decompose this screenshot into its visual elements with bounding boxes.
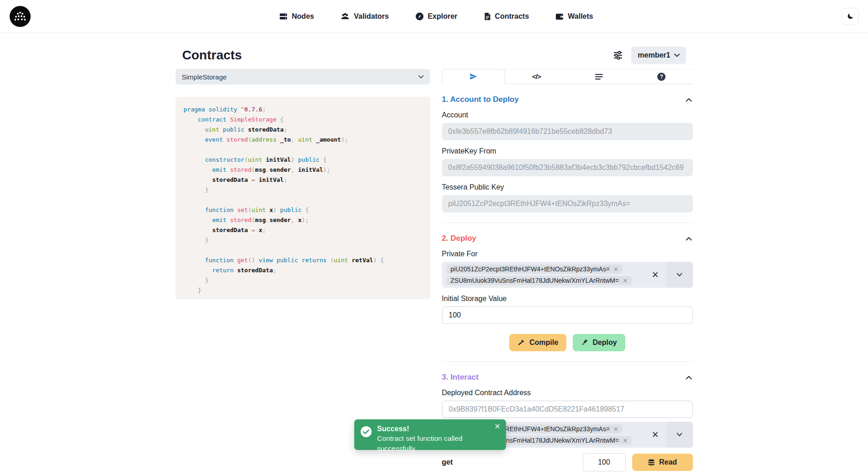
remove-tag-icon[interactable]: ✕: [613, 266, 618, 273]
remove-tag-icon[interactable]: ✕: [613, 426, 618, 433]
besu-dots-logo-icon: [9, 5, 31, 27]
get-function-row: get Read: [442, 453, 693, 471]
deployed-address-input[interactable]: [442, 401, 693, 418]
nav-item-contracts[interactable]: Contracts: [484, 12, 529, 21]
section-divider: [442, 361, 693, 362]
get-result-input[interactable]: [583, 453, 626, 471]
server-icon: [279, 12, 288, 21]
nav-label: Validators: [354, 12, 389, 21]
initial-storage-input[interactable]: [442, 307, 693, 324]
multiselect-toggle[interactable]: [666, 422, 693, 448]
nav-item-validators[interactable]: Validators: [341, 12, 389, 21]
compass-icon: [415, 12, 424, 21]
get-function-label: get: [442, 458, 453, 466]
private-for-multiselect[interactable]: piU2051ZcP2ecpt3REthHJFW4+tENOsZikRpz33y…: [442, 262, 693, 288]
nav-item-explorer[interactable]: Explorer: [415, 12, 458, 21]
tessera-key-label: Tessera Public Key: [442, 183, 693, 191]
section-heading: 2. Deploy: [442, 234, 477, 243]
nav-label: Contracts: [495, 12, 529, 21]
compile-button[interactable]: Compile: [509, 334, 566, 351]
chevron-down-icon: [418, 75, 424, 79]
tessera-tag: piU2051ZcP2ecpt3REthHJFW4+tENOsZikRpz33y…: [447, 264, 623, 274]
tab-help[interactable]: ?: [630, 69, 693, 84]
tag-text: ZSU8mUuok39VuSnsFmHal178JdUNekw/XmYLArRn…: [451, 277, 619, 284]
tessera-key-input[interactable]: [442, 195, 693, 212]
code-icon: </>: [532, 73, 541, 80]
dark-mode-toggle-button[interactable]: [841, 8, 859, 25]
main-content: Contracts member1 SimpleStorage: [176, 47, 693, 476]
chevron-down-icon: [674, 53, 680, 57]
clear-all-icon[interactable]: ✕: [644, 422, 666, 448]
list-icon: [595, 74, 603, 80]
chevron-up-icon: [686, 237, 692, 241]
nav-label: Wallets: [568, 12, 593, 21]
section-account-to-deploy: 1. Account to Deploy Account PrivateKey …: [442, 95, 693, 223]
initial-storage-label: Initial Storage Value: [442, 295, 693, 303]
section-heading: 3. Interact: [442, 373, 479, 382]
contract-select-value: SimpleStorage: [182, 73, 227, 81]
remove-tag-icon[interactable]: ✕: [623, 437, 628, 444]
collapse-section-button[interactable]: [685, 97, 693, 103]
compile-button-label: Compile: [529, 338, 558, 347]
remove-tag-icon[interactable]: ✕: [623, 277, 628, 284]
question-icon: ?: [657, 73, 666, 81]
settings-sliders-icon[interactable]: [613, 51, 623, 60]
chevron-up-icon: [686, 98, 692, 102]
toast-close-icon[interactable]: ✕: [495, 423, 501, 430]
nav-menu: Nodes Validators Explorer Con: [31, 12, 841, 21]
database-icon: [648, 459, 655, 466]
success-toast: Success! Contract set function called su…: [354, 419, 506, 450]
header-controls: member1: [613, 47, 686, 64]
content-columns: SimpleStorage pragma solidity ^0.7.6; co…: [176, 69, 693, 476]
tag-text: piU2051ZcP2ecpt3REthHJFW4+tENOsZikRpz33y…: [451, 265, 610, 273]
member-selector-value: member1: [638, 51, 670, 59]
private-for-label: Private For: [442, 250, 693, 258]
deploy-button-label: Deploy: [592, 338, 617, 347]
toast-message: Contract set function called successfull…: [377, 434, 500, 454]
read-button[interactable]: Read: [632, 454, 693, 471]
panel-tabs: </> ?: [442, 69, 693, 84]
check-circle-icon: [361, 426, 372, 437]
collapse-section-button[interactable]: [685, 236, 693, 242]
deploy-actions: Compile Deploy: [442, 334, 693, 351]
hammer-icon: [517, 339, 525, 347]
contract-source-column: SimpleStorage pragma solidity ^0.7.6; co…: [176, 69, 430, 299]
contract-select-dropdown[interactable]: SimpleStorage: [176, 69, 430, 85]
deployed-address-label: Deployed Contract Address: [442, 389, 693, 397]
member-selector-dropdown[interactable]: member1: [631, 47, 686, 64]
privatekey-label: PrivateKey From: [442, 147, 693, 155]
tab-logs[interactable]: [568, 69, 630, 84]
contract-file-icon: [484, 12, 491, 21]
code-block: pragma solidity ^0.7.6; contract SimpleS…: [176, 97, 430, 299]
nav-item-nodes[interactable]: Nodes: [279, 12, 314, 21]
clear-all-icon[interactable]: ✕: [644, 262, 666, 288]
page-header: Contracts member1: [176, 47, 693, 64]
deploy-button[interactable]: Deploy: [573, 334, 625, 351]
app-logo: [9, 5, 31, 27]
tab-code[interactable]: </>: [505, 69, 568, 84]
paper-plane-icon: [469, 72, 478, 81]
rocket-icon: [581, 339, 588, 346]
section-heading: 1. Account to Deploy: [442, 95, 519, 104]
nav-label: Explorer: [428, 12, 458, 21]
multiselect-tags: piU2051ZcP2ecpt3REthHJFW4+tENOsZikRpz33y…: [442, 262, 644, 288]
page-title: Contracts: [182, 48, 242, 63]
section-deploy: 2. Deploy Private For piU2051ZcP2ecpt3RE…: [442, 234, 693, 362]
toast-title: Success!: [377, 424, 500, 434]
account-label: Account: [442, 111, 693, 119]
deploy-panel: </> ? 1. Account to Deploy: [442, 69, 693, 476]
collapse-section-button[interactable]: [685, 375, 693, 381]
nav-item-wallets[interactable]: Wallets: [555, 12, 593, 21]
read-button-label: Read: [659, 458, 677, 466]
chevron-up-icon: [686, 376, 692, 380]
tessera-tag: ZSU8mUuok39VuSnsFmHal178JdUNekw/XmYLArRn…: [447, 276, 632, 285]
account-input[interactable]: [442, 123, 693, 140]
chevron-down-icon: [676, 273, 682, 277]
nav-label: Nodes: [292, 12, 314, 21]
privatekey-input[interactable]: [442, 159, 693, 176]
navbar: Nodes Validators Explorer Con: [0, 0, 868, 33]
tab-deploy[interactable]: [442, 69, 506, 84]
chevron-down-icon: [676, 433, 682, 437]
multiselect-toggle[interactable]: [666, 262, 693, 288]
section-divider: [442, 222, 693, 223]
